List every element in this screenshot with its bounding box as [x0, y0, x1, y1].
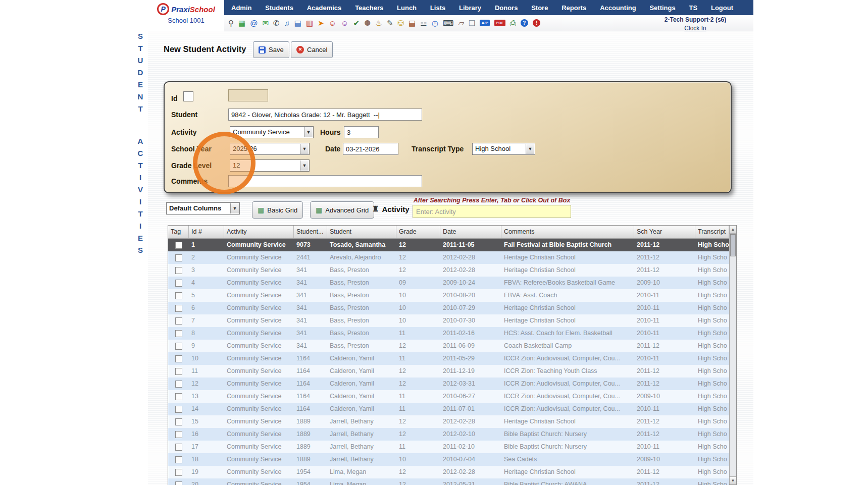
row-tag-checkbox[interactable]: [175, 343, 182, 350]
grid-column-header[interactable]: Transcript: [695, 226, 729, 238]
table-row[interactable]: 2Community Service2441Arevalo, Alejandro…: [168, 251, 729, 264]
table-row[interactable]: 9Community Service341Bass, Preston122011…: [168, 340, 729, 352]
row-tag-checkbox[interactable]: [175, 305, 182, 312]
nav-item-admin[interactable]: Admin: [231, 4, 251, 12]
nav-item-lists[interactable]: Lists: [430, 4, 445, 12]
announcement-icon[interactable]: ➤: [318, 19, 324, 28]
id-checkbox[interactable]: [183, 91, 193, 101]
nav-item-lunch[interactable]: Lunch: [397, 4, 417, 12]
row-tag-checkbox[interactable]: [175, 381, 182, 388]
search-icon[interactable]: ⚲: [228, 19, 234, 28]
pdf-icon[interactable]: PDF: [494, 20, 505, 26]
lunch-icon[interactable]: ♨: [375, 19, 382, 28]
printer-icon[interactable]: ⎙: [510, 19, 516, 28]
nav-item-logout[interactable]: Logout: [711, 4, 733, 12]
table-row[interactable]: 8Community Service341Bass, Preston112011…: [168, 327, 729, 340]
nav-item-donors[interactable]: Donors: [495, 4, 518, 12]
nav-item-reports[interactable]: Reports: [561, 4, 586, 12]
nav-item-teachers[interactable]: Teachers: [355, 4, 383, 12]
table-row[interactable]: 20Community Service1954Lima, Megan122012…: [168, 478, 729, 485]
date-field[interactable]: [343, 143, 398, 155]
table-row[interactable]: 17Community Service1889Jarrell, Bethany1…: [168, 441, 729, 453]
table-row[interactable]: 11Community Service1164Calderon, Yamil12…: [168, 365, 729, 378]
advanced-grid-button[interactable]: ▦ Advanced Grid: [310, 201, 374, 219]
cancel-button[interactable]: Cancel: [291, 41, 333, 58]
grid-column-header[interactable]: Grade: [396, 226, 440, 238]
news-icon[interactable]: ▤: [294, 19, 301, 28]
row-tag-checkbox[interactable]: [175, 444, 182, 451]
alert-icon[interactable]: !: [533, 19, 540, 27]
row-tag-checkbox[interactable]: [175, 242, 182, 249]
row-tag-checkbox[interactable]: [175, 456, 182, 463]
save-button[interactable]: Save: [253, 41, 289, 58]
id-field[interactable]: [228, 89, 268, 101]
student-field[interactable]: [228, 109, 422, 121]
grid-column-header[interactable]: Activity: [224, 226, 294, 238]
table-row[interactable]: 10Community Service1164Calderon, Yamil11…: [168, 352, 729, 365]
row-tag-checkbox[interactable]: [175, 393, 182, 400]
files-icon[interactable]: ❏: [469, 19, 475, 28]
row-tag-checkbox[interactable]: [175, 469, 182, 476]
table-row[interactable]: 14Community Service1164Calderon, Yamil11…: [168, 403, 729, 415]
ap-icon[interactable]: A/P: [480, 20, 489, 26]
nav-item-ts[interactable]: TS: [689, 4, 698, 12]
speaker-icon[interactable]: ♫: [284, 19, 290, 27]
nav-item-academics[interactable]: Academics: [307, 4, 342, 12]
help-icon[interactable]: ?: [521, 19, 528, 27]
grid-column-header[interactable]: Id #: [189, 226, 224, 238]
row-tag-checkbox[interactable]: [175, 355, 182, 362]
table-row[interactable]: 19Community Service1954Lima, Megan122012…: [168, 466, 729, 478]
table-row[interactable]: 18Community Service1889Jarrell, Bethany1…: [168, 453, 729, 466]
table-row[interactable]: 1Community Service9073Tosado, Samantha12…: [168, 239, 729, 251]
stats-icon[interactable]: ⚍: [420, 19, 427, 28]
grid-column-header[interactable]: Student: [327, 226, 396, 238]
calendar-icon[interactable]: ▥: [306, 19, 313, 28]
grid-column-header[interactable]: Date: [440, 226, 501, 238]
approve-icon[interactable]: ✔: [353, 19, 360, 28]
grid-column-header[interactable]: Student...: [294, 226, 327, 238]
school-year-select[interactable]: 2025-26: [230, 143, 310, 155]
table-row[interactable]: 6Community Service341Bass, Preston102010…: [168, 302, 729, 314]
hours-field[interactable]: [344, 126, 379, 138]
money-icon[interactable]: ⛁: [398, 19, 404, 28]
basic-grid-button[interactable]: ▦ Basic Grid: [252, 201, 303, 219]
clipboard-icon[interactable]: ✎: [387, 19, 393, 28]
scrollbar-down-icon[interactable]: [730, 476, 736, 484]
row-tag-checkbox[interactable]: [175, 254, 182, 261]
row-tag-checkbox[interactable]: [175, 280, 182, 287]
clock-in-link[interactable]: Clock In: [684, 25, 706, 32]
grid-icon[interactable]: ▦: [238, 19, 245, 28]
payment-icon[interactable]: ▱: [458, 19, 464, 28]
row-tag-checkbox[interactable]: [175, 481, 182, 485]
grade-level-select[interactable]: 12: [230, 159, 310, 172]
email-icon[interactable]: @: [250, 19, 258, 27]
student-red-icon[interactable]: ☺: [329, 19, 336, 27]
row-tag-checkbox[interactable]: [175, 368, 182, 375]
table-row[interactable]: 15Community Service1889Jarrell, Bethany1…: [168, 415, 729, 428]
keyboard-icon[interactable]: ⌨: [443, 19, 454, 28]
student-purple-icon[interactable]: ☺: [341, 19, 348, 27]
row-tag-checkbox[interactable]: [175, 406, 182, 413]
scrollbar-thumb[interactable]: [730, 234, 736, 256]
grid-column-header[interactable]: Comments: [501, 226, 634, 238]
table-row[interactable]: 4Community Service341Bass, Preston092009…: [168, 277, 729, 289]
activity-search-input[interactable]: [413, 205, 571, 218]
transcript-type-select[interactable]: High School: [472, 143, 535, 155]
comments-field[interactable]: [228, 175, 422, 187]
nav-item-store[interactable]: Store: [531, 4, 548, 12]
nav-item-accounting[interactable]: Accounting: [600, 4, 636, 12]
grid-column-header[interactable]: Sch Year: [634, 226, 695, 238]
nav-item-students[interactable]: Students: [265, 4, 293, 12]
family-icon[interactable]: ⚉: [364, 19, 371, 28]
row-tag-checkbox[interactable]: [175, 330, 182, 337]
table-row[interactable]: 7Community Service341Bass, Preston102010…: [168, 314, 729, 327]
grid-column-header[interactable]: Tag: [168, 226, 189, 238]
row-tag-checkbox[interactable]: [175, 431, 182, 438]
row-tag-checkbox[interactable]: [175, 317, 182, 325]
phone-icon[interactable]: ✆: [273, 19, 280, 28]
row-tag-checkbox[interactable]: [175, 418, 182, 425]
table-row[interactable]: 5Community Service341Bass, Preston102010…: [168, 289, 729, 302]
scrollbar-up-icon[interactable]: [730, 226, 736, 234]
table-row[interactable]: 12Community Service1164Calderon, Yamil12…: [168, 378, 729, 390]
table-row[interactable]: 3Community Service341Bass, Preston122012…: [168, 264, 729, 277]
